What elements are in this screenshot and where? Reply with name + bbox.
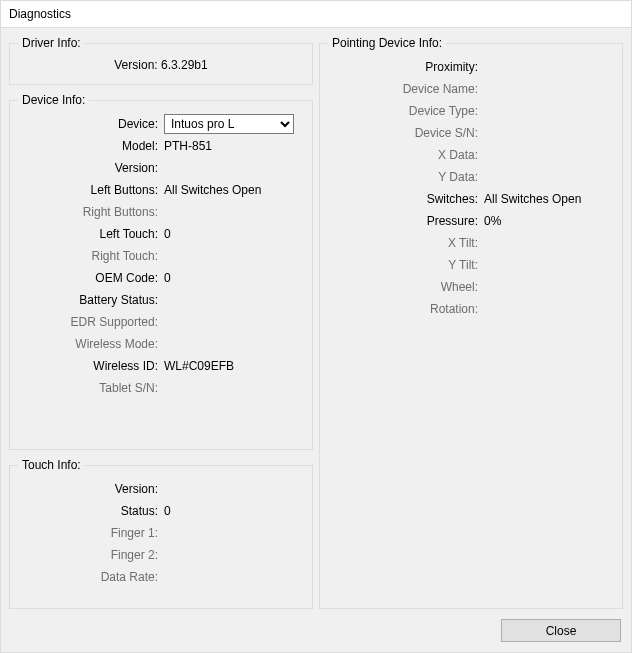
pressure-value: 0% <box>484 214 614 228</box>
footer: Close <box>1 613 631 652</box>
driver-version-label: Version: <box>114 58 157 72</box>
left-column: Driver Info: Version: 6.3.29b1 Device In… <box>9 36 313 609</box>
driver-version-row: Version: 6.3.29b1 <box>18 56 304 74</box>
driver-info-group: Driver Info: Version: 6.3.29b1 <box>9 36 313 85</box>
touch-version-label: Version: <box>18 482 164 496</box>
finger1-label: Finger 1: <box>18 526 164 540</box>
device-info-group: Device Info: Device: Intuos pro L Model:… <box>9 93 313 450</box>
data-rate-label: Data Rate: <box>18 570 164 584</box>
pointing-device-legend: Pointing Device Info: <box>328 36 446 50</box>
finger2-label: Finger 2: <box>18 548 164 562</box>
pressure-label: Pressure: <box>328 214 484 228</box>
model-value: PTH-851 <box>164 139 304 153</box>
diagnostics-window: Diagnostics Driver Info: Version: 6.3.29… <box>0 0 632 653</box>
wireless-id-value: WL#C09EFB <box>164 359 304 373</box>
pointing-device-group: Pointing Device Info: Proximity: Device … <box>319 36 623 609</box>
x-data-label: X Data: <box>328 148 484 162</box>
oem-code-label: OEM Code: <box>18 271 164 285</box>
switches-label: Switches: <box>328 192 484 206</box>
right-buttons-label: Right Buttons: <box>18 205 164 219</box>
y-tilt-label: Y Tilt: <box>328 258 484 272</box>
touch-info-group: Touch Info: Version: Status: 0 Finger 1:… <box>9 458 313 609</box>
battery-status-label: Battery Status: <box>18 293 164 307</box>
device-label: Device: <box>18 117 164 131</box>
wireless-mode-label: Wireless Mode: <box>18 337 164 351</box>
touch-info-legend: Touch Info: <box>18 458 85 472</box>
left-touch-label: Left Touch: <box>18 227 164 241</box>
pdevice-type-label: Device Type: <box>328 104 484 118</box>
device-version-label: Version: <box>18 161 164 175</box>
left-touch-value: 0 <box>164 227 304 241</box>
oem-code-value: 0 <box>164 271 304 285</box>
switches-value: All Switches Open <box>484 192 614 206</box>
content-area: Driver Info: Version: 6.3.29b1 Device In… <box>1 28 631 613</box>
edr-supported-label: EDR Supported: <box>18 315 164 329</box>
wireless-id-label: Wireless ID: <box>18 359 164 373</box>
left-buttons-value: All Switches Open <box>164 183 304 197</box>
y-data-label: Y Data: <box>328 170 484 184</box>
driver-version-value: 6.3.29b1 <box>161 58 208 72</box>
proximity-label: Proximity: <box>328 60 484 74</box>
tablet-sn-label: Tablet S/N: <box>18 381 164 395</box>
x-tilt-label: X Tilt: <box>328 236 484 250</box>
pdevice-name-label: Device Name: <box>328 82 484 96</box>
right-column: Pointing Device Info: Proximity: Device … <box>319 36 623 609</box>
wheel-label: Wheel: <box>328 280 484 294</box>
window-title: Diagnostics <box>1 1 631 28</box>
pdevice-sn-label: Device S/N: <box>328 126 484 140</box>
device-select[interactable]: Intuos pro L <box>164 114 294 134</box>
close-button[interactable]: Close <box>501 619 621 642</box>
right-touch-label: Right Touch: <box>18 249 164 263</box>
driver-info-legend: Driver Info: <box>18 36 85 50</box>
touch-status-value: 0 <box>164 504 304 518</box>
left-buttons-label: Left Buttons: <box>18 183 164 197</box>
touch-status-label: Status: <box>18 504 164 518</box>
device-info-legend: Device Info: <box>18 93 89 107</box>
model-label: Model: <box>18 139 164 153</box>
rotation-label: Rotation: <box>328 302 484 316</box>
